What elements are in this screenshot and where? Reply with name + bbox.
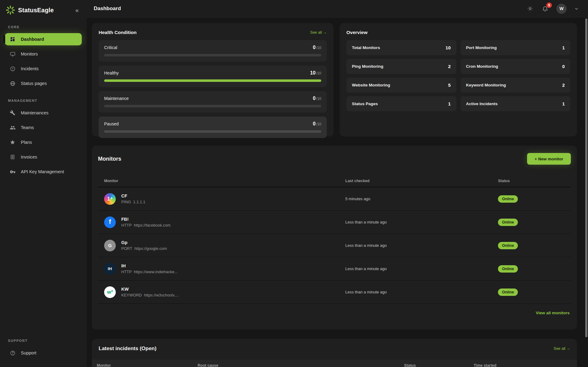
monitor-last-checked: Less than a minute ago bbox=[345, 290, 498, 294]
health-row-total: /10 bbox=[316, 97, 321, 101]
overview-tile-label: Ping Monitoring bbox=[352, 64, 383, 69]
health-row-label: Healthy bbox=[104, 71, 119, 75]
incidents-card-title: Latest incidents (Open) bbox=[99, 346, 156, 352]
overview-tile-value: 10 bbox=[446, 45, 451, 50]
latest-incidents-card: Latest incidents (Open) See all → Monito… bbox=[92, 339, 577, 367]
user-avatar[interactable]: W bbox=[556, 4, 567, 14]
overview-tile-active-incidents: Active Incidents 1 bbox=[461, 96, 571, 111]
sidebar-item-dashboard[interactable]: Dashboard bbox=[5, 33, 82, 45]
overview-tile-label: Keyword Monitoring bbox=[466, 83, 506, 87]
health-card-title: Health Condition bbox=[99, 30, 137, 35]
column-header-status: Status bbox=[498, 179, 571, 183]
overview-tile-value: 1 bbox=[562, 101, 565, 106]
scrollbar-thumb[interactable] bbox=[585, 18, 587, 337]
monitors-card-title: Monitors bbox=[98, 156, 121, 162]
health-row-label: Paused bbox=[104, 121, 119, 126]
key-icon bbox=[9, 169, 16, 175]
globe-icon bbox=[9, 80, 16, 86]
monitor-row-fb[interactable]: f FB! HTTPhttps://facebook.com Less than… bbox=[98, 211, 571, 234]
overview-tile-value: 1 bbox=[448, 101, 450, 106]
overview-tile-value: 5 bbox=[448, 82, 450, 88]
monitor-last-checked: Less than a minute ago bbox=[345, 220, 498, 224]
sidebar-item-label: Maintenances bbox=[21, 110, 48, 115]
overview-tile-label: Total Monitors bbox=[352, 45, 380, 50]
view-all-monitors-link[interactable]: View all monitors bbox=[98, 304, 571, 317]
health-row-healthy: Healthy 10/10 bbox=[99, 66, 327, 87]
new-monitor-button[interactable]: + New monitor bbox=[527, 153, 571, 165]
sidebar-item-incidents[interactable]: Incidents bbox=[5, 63, 82, 75]
column-header-status: Status bbox=[404, 363, 474, 367]
health-row-total: /10 bbox=[316, 122, 321, 126]
monitor-type: PING bbox=[121, 200, 131, 204]
status-badge: Online bbox=[498, 265, 518, 273]
health-row-value: 10 bbox=[310, 70, 316, 75]
help-circle-icon bbox=[9, 350, 16, 356]
monitor-type: KEYWORD bbox=[121, 293, 142, 297]
health-row-paused: Paused 0/10 bbox=[99, 117, 327, 138]
sidebar-item-monitors[interactable]: Monitors bbox=[5, 48, 82, 60]
sidebar-item-label: Dashboard bbox=[21, 37, 44, 42]
monitor-type: PORT bbox=[121, 246, 132, 251]
health-row-value: 0 bbox=[313, 96, 315, 101]
sidebar-item-invoices[interactable]: Invoices bbox=[5, 151, 82, 163]
sidebar-collapse-icon[interactable]: « bbox=[74, 6, 81, 14]
monitors-card: Monitors + New monitor Monitor Last chec… bbox=[92, 146, 577, 330]
health-row-label: Maintenance bbox=[104, 96, 129, 101]
dashboard-content: Health Condition See all → Critical 0/10 bbox=[87, 17, 588, 367]
monitor-last-checked: Less than a minute ago bbox=[345, 266, 498, 271]
health-row-critical: Critical 0/10 bbox=[99, 40, 327, 62]
monitor-last-checked: 5 minutes ago bbox=[345, 197, 498, 201]
incidents-see-all-link[interactable]: See all → bbox=[554, 346, 570, 351]
alert-circle-icon bbox=[9, 66, 16, 72]
health-condition-card: Health Condition See all → Critical 0/10 bbox=[92, 23, 334, 136]
sidebar-item-label: API Key Management bbox=[21, 169, 64, 174]
sidebar-item-support[interactable]: Support bbox=[5, 347, 82, 359]
status-badge: Online bbox=[498, 289, 518, 296]
overview-card-title: Overview bbox=[346, 30, 368, 35]
sidebar-item-label: Support bbox=[21, 350, 36, 355]
overview-tile-value: 1 bbox=[562, 45, 565, 50]
status-badge: Online bbox=[498, 195, 518, 203]
account-chevron-down-icon[interactable] bbox=[574, 6, 579, 11]
monitor-type: HTTP bbox=[121, 223, 132, 227]
monitor-row-gp[interactable]: G Gp PORThttps://google.com Less than a … bbox=[98, 234, 571, 257]
app-root: StatusEagle « CORE Dashboard Monitors bbox=[0, 0, 588, 367]
incidents-table-header: Monitor Root cause Status Time started bbox=[92, 360, 577, 367]
monitor-name: CF bbox=[121, 193, 145, 198]
wrench-icon bbox=[9, 110, 16, 116]
health-progress-bar bbox=[104, 105, 321, 107]
topbar: Dashboard 9 W bbox=[87, 0, 588, 17]
topbar-actions: 9 W bbox=[526, 4, 579, 14]
sidebar: StatusEagle « CORE Dashboard Monitors bbox=[0, 0, 87, 367]
main-area: Dashboard 9 W bbox=[87, 0, 588, 367]
overview-tile-label: Website Monitoring bbox=[352, 83, 390, 87]
monitors-table-header: Monitor Last checked Status bbox=[98, 175, 571, 187]
notifications-bell-icon[interactable]: 9 bbox=[541, 5, 549, 12]
overview-tile-status-pages: Status Pages 1 bbox=[346, 96, 456, 111]
monitor-row-cf[interactable]: 1⁴ CF PING1.1.1.1 5 minutes ago Online bbox=[98, 187, 571, 211]
theme-settings-icon[interactable] bbox=[526, 5, 534, 12]
sidebar-item-label: Plans bbox=[21, 140, 32, 145]
overview-tile-value: 2 bbox=[562, 82, 565, 88]
brand-header: StatusEagle « bbox=[0, 0, 87, 17]
star-icon bbox=[9, 139, 16, 145]
sidebar-item-maintenances[interactable]: Maintenances bbox=[5, 107, 82, 119]
monitor-row-kw[interactable]: w³ KW KEYWORDhttps://w3schools.... Less … bbox=[98, 281, 571, 304]
overview-tile-total-monitors: Total Monitors 10 bbox=[346, 40, 456, 55]
monitor-row-ih[interactable]: IH IH HTTPhttps://www.indiehacke... Less… bbox=[98, 257, 571, 281]
health-row-value: 0 bbox=[313, 121, 315, 126]
health-see-all-link[interactable]: See all → bbox=[310, 30, 327, 35]
nav-section-support-label: SUPPORT bbox=[0, 331, 87, 346]
monitors-table: Monitor Last checked Status 1⁴ CF PING1.… bbox=[98, 175, 571, 304]
sidebar-item-label: Invoices bbox=[21, 155, 37, 159]
sidebar-item-plans[interactable]: Plans bbox=[5, 136, 82, 148]
monitor-target: https://google.com bbox=[134, 246, 167, 251]
overview-tile-label: Cron Monitoring bbox=[466, 64, 498, 69]
overview-tile-keyword-monitoring: Keyword Monitoring 2 bbox=[461, 78, 571, 93]
sidebar-item-status-pages[interactable]: Status pages bbox=[5, 77, 82, 90]
column-header-last-checked: Last checked bbox=[345, 179, 498, 183]
overview-tile-ping-monitoring: Ping Monitoring 2 bbox=[346, 59, 456, 74]
sidebar-item-api-key-management[interactable]: API Key Management bbox=[5, 166, 82, 178]
sidebar-item-teams[interactable]: Teams bbox=[5, 121, 82, 134]
monitor-name: KW bbox=[121, 287, 179, 292]
